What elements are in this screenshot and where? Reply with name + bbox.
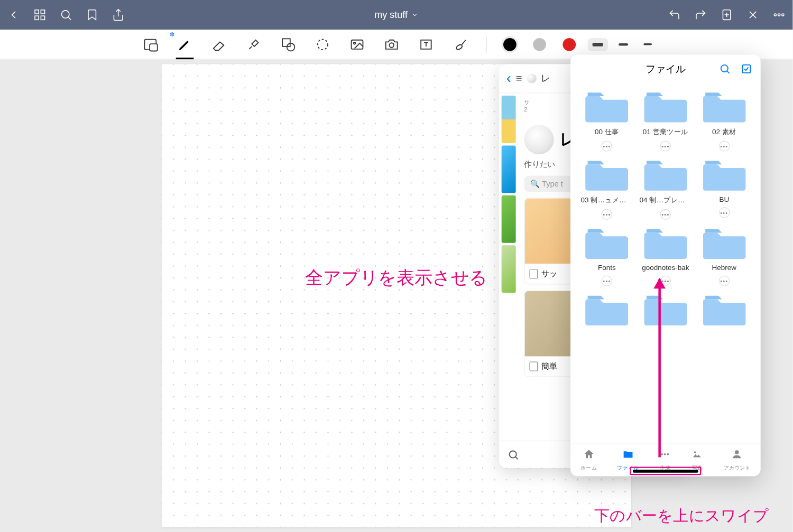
svg-rect-0 <box>35 10 39 14</box>
thumb-image[interactable] <box>502 195 516 243</box>
search-icon[interactable] <box>719 63 731 74</box>
select-icon[interactable] <box>741 63 752 74</box>
folder-item[interactable]: Fonts••• <box>579 226 635 286</box>
stroke-thin[interactable] <box>643 43 652 45</box>
add-page-icon[interactable] <box>720 8 733 22</box>
folder-name: 03 制…ュメント <box>581 195 633 206</box>
folder-more-icon[interactable]: ••• <box>719 276 730 286</box>
svg-rect-17 <box>282 39 290 46</box>
svg-line-31 <box>727 71 729 73</box>
folder-item[interactable] <box>638 292 694 326</box>
home-icon <box>583 449 594 463</box>
folder-name: Hebrew <box>712 264 736 272</box>
color-gray[interactable] <box>533 38 546 51</box>
undo-icon[interactable] <box>668 8 681 22</box>
folder-icon <box>644 157 687 192</box>
folder-more-icon[interactable]: ••• <box>719 141 730 151</box>
folder-item[interactable]: 04 制…プレート••• <box>638 157 694 220</box>
folder-more-icon[interactable]: ••• <box>660 209 671 220</box>
svg-point-34 <box>664 453 666 455</box>
folder-more-icon[interactable]: ••• <box>602 209 612 220</box>
search-icon[interactable] <box>59 8 72 22</box>
folder-name: 02 素材 <box>712 127 736 137</box>
eraser-tool-icon[interactable] <box>210 35 228 53</box>
svg-point-12 <box>774 14 776 16</box>
folder-icon <box>586 292 629 326</box>
color-red[interactable] <box>563 38 576 51</box>
folder-more-icon[interactable]: ••• <box>719 207 730 218</box>
recipe-app-icon <box>524 125 554 154</box>
folder-icon <box>586 157 629 192</box>
svg-rect-16 <box>150 44 158 51</box>
tab-home[interactable]: ホーム <box>580 449 596 472</box>
folder-more-icon[interactable]: ••• <box>602 276 612 286</box>
folder-item[interactable] <box>696 292 752 326</box>
svg-point-14 <box>782 14 784 16</box>
svg-line-29 <box>515 457 518 459</box>
folder-item[interactable]: 00 仕事••• <box>579 89 635 152</box>
shape-tool-icon[interactable] <box>279 35 297 53</box>
svg-point-13 <box>778 14 780 16</box>
color-black[interactable] <box>503 38 516 51</box>
svg-point-33 <box>661 453 663 455</box>
folder-name: BU <box>719 195 729 204</box>
svg-point-37 <box>735 450 739 454</box>
globe-icon <box>527 73 536 83</box>
text-tool-icon[interactable] <box>417 35 435 53</box>
svg-point-36 <box>694 451 696 453</box>
home-indicator[interactable] <box>633 470 698 473</box>
svg-point-26 <box>455 43 463 50</box>
stroke-medium[interactable] <box>619 43 628 45</box>
svg-point-19 <box>317 39 327 49</box>
more-icon[interactable] <box>772 8 786 22</box>
folder-item[interactable]: BU••• <box>696 157 752 220</box>
back-icon[interactable] <box>7 8 20 22</box>
folder-item[interactable]: 02 素材••• <box>696 89 752 152</box>
close-icon[interactable] <box>746 8 760 22</box>
folder-item[interactable] <box>579 292 635 326</box>
folder-icon <box>703 89 745 124</box>
panel-back-icon[interactable]: ‹ <box>506 70 511 87</box>
search-icon[interactable] <box>508 449 519 460</box>
folder-icon <box>622 449 633 463</box>
folder-item[interactable]: 03 制…ュメント••• <box>579 157 635 220</box>
thumb-image[interactable] <box>502 245 516 293</box>
svg-point-30 <box>721 65 728 72</box>
stroke-thick[interactable] <box>592 42 603 46</box>
folder-more-icon[interactable]: ••• <box>660 141 671 151</box>
svg-point-4 <box>62 11 69 18</box>
folder-name: 00 仕事 <box>595 127 619 137</box>
thumb-image[interactable] <box>502 145 516 193</box>
folder-icon <box>586 89 629 124</box>
folder-icon <box>703 226 745 260</box>
bookmark-icon[interactable] <box>86 8 99 22</box>
grid-icon[interactable] <box>33 8 47 22</box>
svg-point-35 <box>667 453 669 455</box>
tab-label: ホーム <box>580 464 596 472</box>
redo-icon[interactable] <box>694 8 707 22</box>
lasso-tool-icon[interactable] <box>313 35 331 53</box>
folder-name: 04 制…プレート <box>639 195 691 206</box>
folder-item[interactable]: Hebrew••• <box>696 226 752 286</box>
document-title[interactable]: my stuff <box>266 10 526 20</box>
tab-label: アカウント <box>724 464 751 472</box>
pointer-tool-icon[interactable] <box>451 35 469 53</box>
share-icon[interactable] <box>112 8 125 22</box>
pen-tool-icon[interactable] <box>176 35 193 53</box>
image-tool-icon[interactable] <box>348 35 366 53</box>
thumb-image[interactable] <box>502 96 516 143</box>
folder-more-icon[interactable]: ••• <box>602 141 612 151</box>
read-mode-icon[interactable] <box>141 35 159 53</box>
folder-item[interactable]: goodnotes-bak••• <box>638 226 694 286</box>
hamburger-icon[interactable]: ≡ <box>516 72 522 85</box>
svg-point-22 <box>389 43 394 48</box>
tab-account[interactable]: アカウント <box>724 449 751 472</box>
svg-rect-3 <box>41 16 44 20</box>
files-panel-title: ファイル <box>646 62 686 76</box>
svg-line-5 <box>68 17 71 20</box>
svg-rect-32 <box>742 65 750 73</box>
camera-tool-icon[interactable] <box>382 35 400 53</box>
folder-icon <box>644 89 687 124</box>
highlighter-tool-icon[interactable] <box>245 35 263 53</box>
folder-item[interactable]: 01 営業ツール••• <box>638 89 694 152</box>
